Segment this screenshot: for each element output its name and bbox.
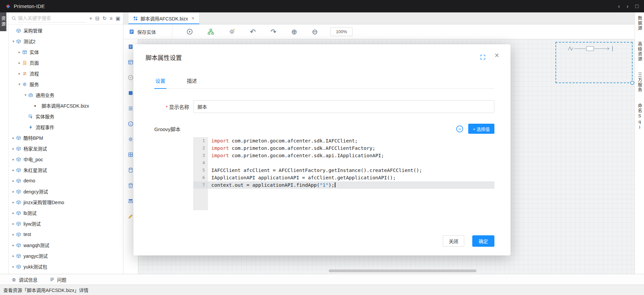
tree-collapsed-arrow-icon[interactable]: ▸ [17, 50, 22, 54]
nav-forward-icon[interactable]: › [627, 3, 629, 9]
block-icon[interactable] [128, 90, 133, 96]
bottom-tab[interactable]: 问题 [50, 276, 66, 283]
ok-button[interactable]: 确定 [472, 235, 494, 247]
form-icon[interactable] [128, 59, 133, 65]
tree-item[interactable]: ▸dengcy测试 [9, 186, 123, 197]
search-input[interactable] [18, 14, 86, 22]
tree-collapsed-arrow-icon[interactable]: ▸ [11, 189, 16, 194]
save-entity-button[interactable]: 保存实体 [123, 24, 172, 39]
rows-icon[interactable] [128, 198, 133, 204]
component-icon[interactable]: C [128, 121, 133, 127]
tree-item[interactable]: ▸wangqh测试 [9, 240, 123, 250]
open-views-icon[interactable]: ▣ [116, 16, 120, 21]
close-button[interactable]: 关闭 [443, 235, 464, 247]
tree-collapsed-arrow-icon[interactable]: ▸ [11, 200, 16, 204]
tree-item[interactable]: ▸liyw测试 [9, 218, 123, 229]
datasource2-icon[interactable] [128, 183, 133, 188]
tree-expanded-arrow-icon[interactable]: ▾ [17, 82, 22, 86]
tree-collapsed-arrow-icon[interactable]: ▸ [11, 264, 16, 269]
locate-icon[interactable]: ⌖ [89, 16, 92, 21]
tree-collapsed-arrow-icon[interactable]: ▸ [11, 168, 16, 172]
tree-expanded-arrow-icon[interactable]: ▾ [11, 39, 16, 44]
edit-pencil-icon[interactable] [128, 214, 133, 219]
code-line[interactable]: 6IApplicationAPI applicationAPI = afcCli… [193, 174, 494, 181]
deploy-tree-icon[interactable] [208, 28, 214, 35]
editor-tab-active[interactable]: 脚本调用AFCSDK.bizx × [128, 12, 200, 24]
tree-item[interactable]: ▸实体 [9, 47, 123, 57]
tree-collapsed-arrow-icon[interactable]: ▸ [11, 146, 16, 151]
collapse-all-icon[interactable]: ⊟ [95, 16, 100, 21]
zoom-level-selector[interactable]: 100% [330, 27, 352, 36]
modal-tab[interactable]: 设置 [154, 77, 166, 89]
zoom-in-icon[interactable]: ⊕ [291, 28, 297, 35]
tree-item[interactable]: 采购管理 [9, 25, 123, 36]
tree-collapsed-arrow-icon[interactable]: ▸ [11, 232, 16, 237]
code-line[interactable]: 5IAFCClient afcClient = AFCClientFactory… [193, 167, 494, 174]
canvas-selection[interactable] [555, 42, 633, 83]
window-layout-icon[interactable]: □ [635, 3, 639, 9]
tree-item[interactable]: ▸流程 [9, 68, 123, 79]
ai-generate-icon[interactable] [229, 28, 235, 35]
run-debug-icon[interactable] [186, 28, 193, 35]
tree-item[interactable]: ▾服务 [9, 79, 123, 90]
tree-collapsed-arrow-icon[interactable]: ▸ [11, 157, 16, 162]
grid-icon[interactable] [128, 152, 133, 158]
entity-doc-icon[interactable] [128, 44, 133, 50]
tree-item[interactable]: ▸lb测试 [9, 208, 123, 218]
rail-tab-resources[interactable]: 资源 [0, 12, 6, 31]
tree-item[interactable]: •脚本调用AFCSDK.bizx [9, 100, 123, 111]
fullscreen-icon[interactable] [480, 54, 486, 60]
tree-item[interactable]: ▸yukk测试包 [9, 261, 123, 272]
tree-item[interactable]: ▸yangyc测试 [9, 250, 123, 261]
tree-collapsed-arrow-icon[interactable]: ▸ [11, 211, 16, 215]
modal-tab[interactable]: 描述 [186, 77, 198, 88]
right-panel-tab[interactable]: 高级资源 [637, 42, 642, 62]
redo-icon[interactable]: ↷ [271, 28, 277, 35]
display-name-input[interactable] [193, 100, 494, 113]
tree-item[interactable]: ▾测试2 [9, 36, 123, 47]
tree-collapsed-arrow-icon[interactable]: ▸ [11, 243, 16, 247]
tree-item[interactable]: ▸朱红星测试 [9, 165, 123, 175]
datasource-icon[interactable] [128, 167, 133, 173]
select-value-button[interactable]: + 选择值 [468, 124, 494, 134]
ai-assist-icon[interactable]: AI [456, 125, 464, 133]
tree-collapsed-arrow-icon[interactable]: ▸ [11, 136, 16, 140]
tree-item[interactable]: ▸demo [9, 175, 123, 186]
code-line[interactable]: 4 [193, 159, 494, 167]
code-line[interactable]: 3import com.primeton.gocom.afcenter.sdk.… [193, 152, 494, 159]
right-panel-tab[interactable]: 数据源 [637, 16, 642, 31]
undo-icon[interactable]: ↶ [250, 28, 256, 35]
code-line[interactable]: 2import com.primeton.gocom.afcenter.sdk.… [193, 144, 494, 152]
right-panel-tab[interactable]: 命名Sql [637, 103, 642, 130]
tree-item[interactable]: ▸杨家龙测试 [9, 143, 123, 154]
tree-collapsed-arrow-icon[interactable]: ▸ [17, 71, 22, 76]
tab-close-icon[interactable]: × [192, 16, 195, 21]
refresh-icon[interactable]: ↻ [102, 16, 107, 21]
code-editor[interactable]: 1import com.primeton.gocom.afcenter.sdk.… [193, 137, 494, 210]
collapse-circle-icon[interactable] [128, 75, 133, 80]
selection-resize-handle[interactable] [630, 81, 634, 85]
nav-back-icon[interactable]: ‹ [618, 3, 620, 9]
tree-item[interactable]: ▸test [9, 229, 123, 240]
dialog-close-icon[interactable]: × [495, 52, 499, 59]
service-gear-icon[interactable] [128, 136, 133, 142]
zoom-out-icon[interactable]: ⊖ [312, 28, 318, 35]
horizontal-scrollbar[interactable] [329, 270, 476, 272]
list-icon[interactable] [128, 106, 133, 111]
tree-collapsed-arrow-icon[interactable]: ▸ [11, 254, 16, 258]
tree-expanded-arrow-icon[interactable]: ▾ [23, 93, 28, 97]
tree-collapsed-arrow-icon[interactable]: ▸ [11, 179, 16, 183]
sort-icon[interactable]: ≡ [110, 16, 113, 21]
bottom-tab[interactable]: 调试信息 [11, 276, 38, 283]
right-panel-tab[interactable]: 三方服务 [637, 72, 642, 93]
tree-collapsed-arrow-icon[interactable]: ▸ [17, 61, 22, 65]
tree-item[interactable]: ▸页面 [9, 57, 123, 68]
tree-item[interactable]: ▾通用业务 [9, 90, 123, 100]
tree-item[interactable]: ▸中电_poc [9, 154, 123, 165]
tree-item[interactable]: ▸酷特BPM [9, 132, 123, 143]
tree-item[interactable]: ▸jinzx采购管理Demo [9, 197, 123, 208]
tree-collapsed-arrow-icon[interactable]: ▸ [11, 222, 16, 226]
tree-item[interactable]: 实体服务 [9, 111, 123, 122]
tree-item[interactable]: 流程事件 [9, 122, 123, 132]
code-line[interactable]: 1import com.primeton.gocom.afcenter.sdk.… [193, 137, 494, 144]
